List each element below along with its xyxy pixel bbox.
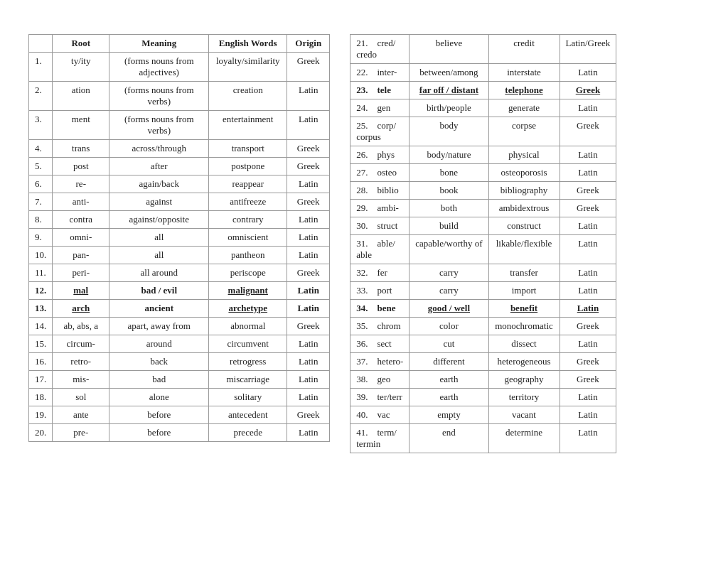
table-cell: periscope (209, 264, 287, 282)
table-cell: likable/flexible (488, 235, 560, 264)
col-header-meaning: Meaning (109, 35, 209, 53)
table-cell: both (410, 200, 488, 217)
table-cell: entertainment (209, 111, 287, 140)
table-cell: contra (53, 211, 109, 229)
table-cell: 29. ambi- (350, 200, 410, 217)
table-cell: 26. phys (350, 146, 410, 164)
table-cell: end (410, 424, 488, 453)
table-cell: 24. gen (350, 99, 410, 117)
table-cell: after (109, 158, 209, 175)
table-cell: dissect (488, 335, 560, 353)
table-cell: Greek (287, 53, 330, 82)
table-cell: again/back (109, 175, 209, 193)
table-cell: 9. (29, 229, 53, 247)
table-cell: ty/ity (53, 53, 109, 82)
table-cell: geography (488, 371, 560, 389)
table-cell: peri- (53, 264, 109, 282)
table-cell: 15. (29, 335, 53, 353)
table-cell: Latin (287, 247, 330, 264)
table-cell: antifreeze (209, 193, 287, 211)
table-cell: 33. port (350, 282, 410, 300)
table-cell: 34. bene (350, 300, 410, 318)
table-cell: pan- (53, 247, 109, 264)
table-cell: 4. (29, 140, 53, 158)
table-cell: 31. able/ able (350, 235, 410, 264)
table-cell: Latin (287, 211, 330, 229)
table-cell: apart, away from (109, 318, 209, 335)
table-cell: Greek (287, 264, 330, 282)
table-cell: ment (53, 111, 109, 140)
table-cell: 12. (29, 282, 53, 300)
table-cell: mis- (53, 371, 109, 389)
table-cell: Greek (560, 318, 616, 335)
table-cell: post (53, 158, 109, 175)
table-cell: 28. biblio (350, 182, 410, 200)
table-cell: pre- (53, 424, 109, 442)
table-cell: ab, abs, a (53, 318, 109, 335)
table-cell: import (488, 282, 560, 300)
table-cell: Latin (287, 371, 330, 389)
table-cell: build (410, 217, 488, 235)
table-cell: Latin (560, 146, 616, 164)
table-cell: heterogeneous (488, 353, 560, 371)
table-cell: 18. (29, 389, 53, 406)
table-cell: 36. sect (350, 335, 410, 353)
table-cell: 19. (29, 406, 53, 424)
table-cell: far off / distant (410, 82, 488, 99)
table-cell: Greek (560, 117, 616, 146)
table-cell: 2. (29, 82, 53, 111)
table-cell: Latin (287, 353, 330, 371)
table-cell: determine (488, 424, 560, 453)
table-cell: malignant (209, 282, 287, 300)
table-cell: alone (109, 389, 209, 406)
table-cell: before (109, 406, 209, 424)
table-cell: bad / evil (109, 282, 209, 300)
table-cell: Greek (287, 406, 330, 424)
table-cell: earth (410, 389, 488, 406)
table-cell: 6. (29, 175, 53, 193)
table-cell: book (410, 182, 488, 200)
table-cell: Latin (560, 164, 616, 182)
table-cell: 39. ter/terr (350, 389, 410, 406)
table-cell: contrary (209, 211, 287, 229)
table-cell: creation (209, 82, 287, 111)
table-cell: Latin (560, 424, 616, 453)
table-cell: ancient (109, 300, 209, 318)
table-cell: Greek (560, 182, 616, 200)
table-cell: carry (410, 264, 488, 282)
table-cell: benefit (488, 300, 560, 318)
table-cell: 8. (29, 211, 53, 229)
table-cell: 23. tele (350, 82, 410, 99)
table-cell: retrogress (209, 353, 287, 371)
table-cell: (forms nouns from verbs) (109, 111, 209, 140)
table-cell: Latin (560, 64, 616, 82)
table-cell: Latin (560, 99, 616, 117)
table-cell: earth (410, 371, 488, 389)
table-cell: omni- (53, 229, 109, 247)
table-cell: good / well (410, 300, 488, 318)
table-cell: bibliography (488, 182, 560, 200)
table-cell: cut (410, 335, 488, 353)
table-cell: 14. (29, 318, 53, 335)
table-cell: (forms nouns from adjectives) (109, 53, 209, 82)
table-cell: precede (209, 424, 287, 442)
table-cell: 41. term/ termin (350, 424, 410, 453)
col-header-num (29, 35, 53, 53)
table-cell: Latin (287, 82, 330, 111)
table-cell: osteoporosis (488, 164, 560, 182)
table-cell: generate (488, 99, 560, 117)
table-cell: bad (109, 371, 209, 389)
table-cell: empty (410, 406, 488, 424)
table-cell: Latin (560, 235, 616, 264)
table-cell: re- (53, 175, 109, 193)
table-cell: vacant (488, 406, 560, 424)
table-cell: loyalty/similarity (209, 53, 287, 82)
table-cell: 30. struct (350, 217, 410, 235)
table-cell: physical (488, 146, 560, 164)
table-cell: Greek (560, 353, 616, 371)
table-cell: Greek (287, 140, 330, 158)
table-cell: bone (410, 164, 488, 182)
table-cell: 22. inter- (350, 64, 410, 82)
col-header-english: English Words (209, 35, 287, 53)
table-cell: 10. (29, 247, 53, 264)
